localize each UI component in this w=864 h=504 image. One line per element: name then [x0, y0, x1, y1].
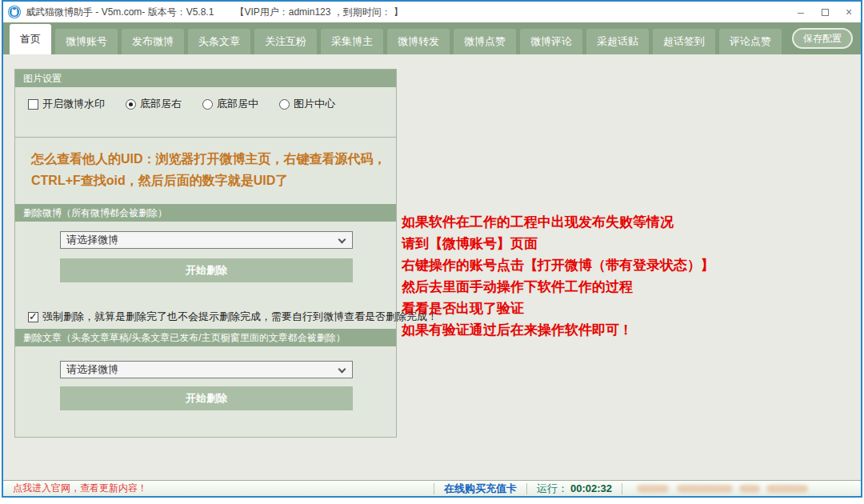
radio-icon[interactable] [126, 99, 136, 110]
tab-weibo-repost[interactable]: 微博转发 [387, 29, 450, 54]
official-site-link[interactable]: 点我进入官网，查看更新内容！ [13, 482, 147, 495]
section-divider [15, 137, 396, 138]
tab-collect-supertopic[interactable]: 采超话贴 [586, 29, 649, 54]
troubleshooting-notice: 如果软件在工作的工程中出现发布失败等情况 请到【微博账号】页面 右键操作的账号点… [402, 211, 854, 341]
tab-weibo-comment[interactable]: 微博评论 [520, 29, 582, 54]
app-window: 威武猫微博助手 - V5m.com- 版本号：V5.8.1 【VIP用户：adm… [2, 0, 862, 498]
tab-supertopic-checkin[interactable]: 超话签到 [653, 29, 715, 54]
cat-app-icon [8, 6, 21, 18]
tab-follow-mutual[interactable]: 关注互粉 [254, 29, 317, 54]
watermark-checkbox-label: 开启微博水印 [42, 97, 105, 111]
delete-article-account-select[interactable]: 请选择微博 [60, 361, 353, 378]
minimize-button[interactable]: – [789, 2, 813, 22]
statusbar-divider [526, 483, 527, 494]
delete-article-header: 删除文章（头条文章草稿/头条文章已发布/主页橱窗里面的文章都会被删除） [15, 329, 396, 346]
chevron-down-icon [338, 236, 346, 244]
radio-icon[interactable] [202, 99, 213, 110]
status-bar: 点我进入官网，查看更新内容！ 在线购买充值卡 运行： 00:02:32 [3, 480, 861, 496]
uid-tip-line1: 怎么查看他人的UID：浏览器打开微博主页，右键查看源代码， [31, 148, 388, 170]
delete-weibo-header: 删除微博（所有微博都会被删除） [15, 204, 396, 222]
notice-line: 如果有验证通过后在来操作软件即可！ [402, 319, 854, 341]
title-bar: 威武猫微博助手 - V5m.com- 版本号：V5.8.1 【VIP用户：adm… [3, 2, 861, 22]
tab-toutiao-article[interactable]: 头条文章 [188, 29, 250, 54]
buy-card-link[interactable]: 在线购买充值卡 [444, 482, 517, 496]
main-content: 图片设置 开启微博水印 底部居右 底部居中 图片中心 [3, 54, 861, 480]
checkbox-icon[interactable] [28, 99, 38, 110]
tab-comment-like[interactable]: 评论点赞 [719, 29, 782, 54]
maximize-button[interactable] [813, 2, 837, 22]
statusbar-divider [434, 483, 434, 494]
delete-article-select-value: 请选择微博 [66, 363, 118, 375]
tab-bar: 首页 微博账号 发布微博 头条文章 关注互粉 采集博主 微博转发 微博点赞 微博… [3, 22, 861, 54]
statusbar-divider [622, 483, 622, 494]
notice-line: 看看是否出现了验证 [402, 298, 854, 319]
delete-weibo-start-button[interactable]: 开始删除 [60, 258, 353, 282]
radio-bottom-center-label: 底部居中 [217, 97, 258, 111]
chevron-down-icon [338, 366, 346, 374]
settings-column: 图片设置 开启微博水印 底部居右 底部居中 图片中心 [14, 69, 397, 438]
image-settings-row: 开启微博水印 底部居右 底部居中 图片中心 [28, 97, 356, 111]
delete-article-start-button[interactable]: 开始删除 [60, 386, 353, 410]
uid-tip-line2: CTRL+F查找oid，然后后面的数字就是UID了 [31, 170, 388, 191]
radio-bottom-center[interactable]: 底部居中 [202, 97, 258, 111]
delete-weibo-account-select[interactable]: 请选择微博 [60, 231, 353, 249]
image-settings-header: 图片设置 [15, 70, 396, 87]
vip-user-info: 【VIP用户：admin123 ，到期时间： 】 [234, 6, 403, 19]
delete-weibo-select-value: 请选择微博 [66, 234, 118, 246]
tab-post-weibo[interactable]: 发布微博 [122, 29, 184, 54]
radio-image-center-label: 图片中心 [294, 97, 335, 111]
window-title: 威武猫微博助手 - V5m.com- 版本号：V5.8.1 [26, 6, 214, 19]
force-delete-checkbox[interactable]: 强制删除，就算是删除完了也不会提示删除完成，需要自行到微博查看是否删除完成！ [28, 310, 438, 324]
notice-line: 如果软件在工作的工程中出现发布失败等情况 [402, 211, 854, 233]
run-time-value: 00:02:32 [570, 482, 612, 494]
force-delete-label: 强制删除，就算是删除完了也不会提示删除完成，需要自行到微博查看是否删除完成！ [42, 310, 438, 324]
radio-image-center[interactable]: 图片中心 [279, 97, 335, 111]
notice-line: 然后去里面手动操作下软件工作的过程 [402, 276, 854, 298]
notice-line: 请到【微博账号】页面 [402, 233, 854, 254]
tab-home[interactable]: 首页 [10, 24, 51, 54]
save-config-button[interactable]: 保存配置 [792, 28, 853, 49]
censored-region [632, 482, 814, 495]
tab-collect-bloggers[interactable]: 采集博主 [321, 29, 383, 54]
watermark-checkbox[interactable]: 开启微博水印 [28, 97, 105, 111]
notice-line: 右键操作的账号点击【打开微博（带有登录状态）】 [402, 254, 854, 276]
checkbox-checked-icon[interactable] [28, 312, 38, 322]
close-button[interactable]: × [837, 2, 861, 22]
tab-weibo-like[interactable]: 微博点赞 [454, 29, 516, 54]
radio-bottom-right[interactable]: 底部居右 [126, 97, 182, 111]
tab-weibo-account[interactable]: 微博账号 [55, 29, 118, 54]
run-time-label: 运行： [537, 482, 568, 496]
radio-bottom-right-label: 底部居右 [140, 97, 182, 111]
radio-icon[interactable] [279, 99, 290, 110]
maximize-icon [822, 9, 829, 16]
